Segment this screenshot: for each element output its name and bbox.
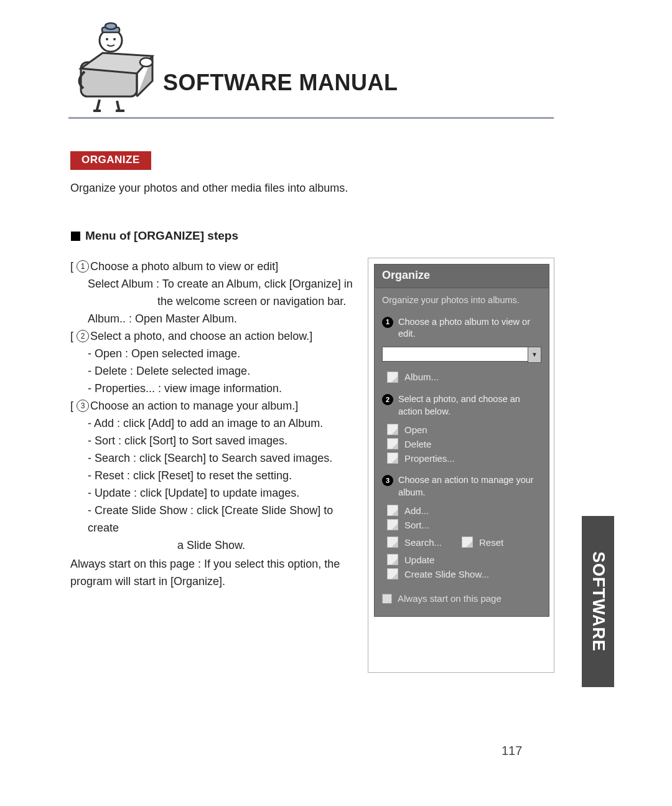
document-icon	[387, 438, 398, 449]
action-search[interactable]: Search...	[387, 537, 442, 548]
always-start-checkbox-row[interactable]: Always start on this page	[382, 593, 541, 604]
action-open[interactable]: Open	[387, 424, 541, 435]
action-open-label: Open	[404, 424, 427, 435]
svg-point-4	[106, 38, 108, 40]
action-search-label: Search...	[404, 537, 442, 548]
action-delete-label: Delete	[404, 439, 431, 449]
checkbox-icon[interactable]	[382, 594, 392, 604]
step-3-heading: Choose an action to manage your album.]	[90, 397, 298, 415]
panel-title: Organize	[375, 265, 549, 288]
document-icon	[387, 424, 398, 435]
document-icon	[387, 537, 398, 548]
action-sort[interactable]: Sort...	[387, 519, 541, 530]
document-icon	[387, 505, 398, 516]
album-link[interactable]: Album...	[387, 372, 541, 383]
action-add[interactable]: Add...	[387, 505, 541, 516]
step-number-3-icon: 3	[77, 400, 89, 412]
step-2-delete: - Delete : Delete selected image.	[70, 362, 363, 380]
panel-step-3-badge-icon: 3	[382, 475, 393, 486]
side-tab-software: SOFTWARE	[582, 516, 614, 687]
panel-step-3-text: Choose an action to manage your album.	[398, 474, 541, 499]
album-dropdown-button[interactable]: ▼	[528, 347, 541, 363]
step-1-text-a2: the welcome screen or navigation bar.	[70, 293, 363, 310]
step-2-properties: - Properties... : view image information…	[70, 380, 363, 397]
action-css-label: Create Slide Show...	[404, 569, 489, 579]
document-icon	[387, 372, 398, 383]
organize-panel-frame: Organize Organize your photos into album…	[368, 258, 554, 673]
step-number-1-icon: 1	[77, 260, 89, 273]
panel-step-2-text: Select a photo, and choose an action bel…	[398, 393, 541, 418]
action-delete[interactable]: Delete	[387, 438, 541, 449]
panel-step-1-text: Choose a photo album to view or edit.	[398, 316, 541, 340]
svg-point-2	[140, 58, 152, 67]
chevron-down-icon: ▼	[531, 351, 538, 358]
action-create-slide-show[interactable]: Create Slide Show...	[387, 568, 541, 579]
step-1-text-b: Album.. : Open Master Album.	[70, 310, 363, 327]
document-icon	[387, 554, 398, 565]
step-1-text-a: Select Album : To create an Album, click…	[70, 275, 363, 293]
document-icon	[387, 568, 398, 579]
step-3-search: - Search : click [Search] to Search save…	[70, 449, 363, 467]
album-dropdown-input[interactable]	[382, 347, 528, 362]
svg-point-5	[113, 38, 116, 40]
action-add-label: Add...	[404, 505, 429, 516]
step-3-add: - Add : click [Add] to add an image to a…	[70, 415, 363, 432]
side-tab-label: SOFTWARE	[589, 551, 608, 652]
action-update-label: Update	[404, 555, 434, 565]
step-3-css-1: - Create Slide Show : click [Create Slid…	[70, 502, 363, 537]
panel-step-2-badge-icon: 2	[382, 394, 393, 405]
svg-point-7	[105, 23, 116, 29]
section-intro: Organize your photos and other media fil…	[70, 182, 348, 195]
mascot-icon	[68, 19, 162, 112]
section-tag-organize: ORGANIZE	[70, 151, 151, 170]
action-properties-label: Properties...	[404, 453, 455, 464]
footer-note: Always start on this page : If you selec…	[70, 555, 357, 590]
action-update[interactable]: Update	[387, 554, 541, 565]
step-3-css-2: a Slide Show.	[70, 537, 363, 554]
album-link-label: Album...	[404, 372, 439, 382]
document-title: SOFTWARE MANUAL	[163, 70, 398, 96]
step-3-sort: - Sort : click [Sort] to Sort saved imag…	[70, 432, 363, 449]
step-1-heading: Choose a photo album to view or edit]	[90, 258, 278, 275]
panel-step-1-badge-icon: 1	[382, 317, 393, 328]
album-dropdown[interactable]: ▼	[382, 347, 541, 363]
step-3-reset: - Reset : click [Reset] to reset the set…	[70, 467, 363, 484]
action-reset[interactable]: Reset	[462, 537, 503, 548]
document-icon	[462, 537, 473, 548]
document-icon	[387, 452, 398, 464]
document-icon	[387, 519, 398, 530]
always-start-label: Always start on this page	[398, 593, 502, 604]
square-bullet-icon	[71, 232, 80, 241]
action-properties[interactable]: Properties...	[387, 452, 541, 464]
step-3-update: - Update : click [Update] to update imag…	[70, 484, 363, 502]
header-rule	[68, 117, 554, 119]
instruction-body: [ 1 Choose a photo album to view or edit…	[70, 258, 363, 554]
step-2-open: - Open : Open selected image.	[70, 345, 363, 362]
action-reset-label: Reset	[479, 537, 503, 548]
panel-subtitle: Organize your photos into albums.	[382, 294, 541, 306]
organize-panel: Organize Organize your photos into album…	[374, 264, 549, 617]
step-number-2-icon: 2	[77, 330, 89, 342]
step-2-heading: Select a photo, and choose an action bel…	[90, 327, 312, 345]
subheading: Menu of [ORGANIZE] steps	[85, 229, 238, 243]
page-number: 117	[502, 744, 522, 758]
action-sort-label: Sort...	[404, 520, 429, 530]
